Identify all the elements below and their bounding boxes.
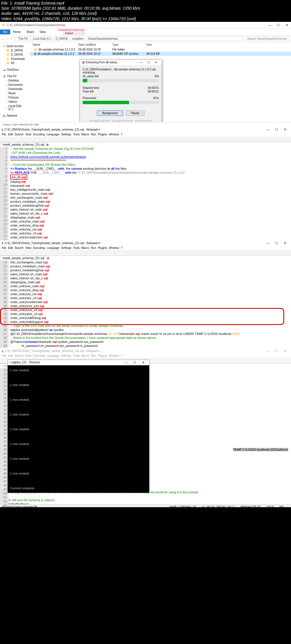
menu-item[interactable]: File (2, 354, 6, 357)
sidebar-onedrive[interactable]: ☁OneDrive (2, 68, 28, 72)
menu-item[interactable]: Search (14, 354, 24, 357)
menu-item[interactable]: Settings (61, 354, 71, 357)
sidebar-item[interactable]: ▪Music (2, 91, 28, 95)
col-type[interactable]: Type (112, 43, 146, 46)
sidebar-item[interactable]: ▪Local Disk (C:) (2, 104, 28, 111)
close-button[interactable]: ✕ (282, 23, 291, 27)
ribbon-file[interactable]: File (0, 30, 10, 34)
sidebar-network[interactable]: 🖧Network (2, 114, 28, 118)
minimize-button[interactable]: — (264, 241, 272, 245)
menu-item[interactable]: Encoding (33, 246, 45, 249)
term-close[interactable]: ✕ (139, 361, 147, 364)
menu-item[interactable]: View (25, 354, 32, 357)
menu-item[interactable]: Settings (61, 246, 71, 249)
menu-item[interactable]: Encoding (33, 133, 45, 136)
close-button[interactable]: ✕ (281, 241, 289, 245)
menu-item[interactable]: Macro (81, 246, 89, 249)
nav-up-icon[interactable]: ↑ (10, 37, 13, 40)
background-button[interactable]: Background (97, 110, 123, 116)
file-row[interactable]: ▦db-sample-schemas-12.1.0.228-08-2018 19… (30, 52, 291, 56)
menu-item[interactable]: Tools (73, 246, 80, 249)
menu-item[interactable]: Edit (8, 133, 13, 136)
sidebar-item[interactable]: ▪Downloads (2, 87, 28, 91)
search-input[interactable] (245, 36, 289, 41)
maximize-button[interactable]: ☐ (272, 349, 281, 353)
menu-bar[interactable]: FileEditSearchViewEncodingLanguageSettin… (0, 354, 291, 358)
menu-item[interactable]: File (2, 133, 6, 136)
sidebar-item[interactable]: 📁D_DRIVE (2, 53, 28, 57)
menu-bar[interactable]: FileEditSearchViewEncodingLanguageSettin… (0, 132, 291, 137)
menu-item[interactable]: ? (121, 246, 122, 249)
breadcrumb-segment[interactable]: This PC (16, 37, 30, 40)
menu-item[interactable]: Macro (81, 354, 89, 357)
col-date[interactable]: Date modified (78, 43, 112, 46)
menu-item[interactable]: ? (121, 354, 122, 357)
dialog-minimize[interactable]: — (137, 61, 145, 64)
sidebar-item[interactable]: ▪Videos (2, 100, 28, 104)
menu-item[interactable]: ? (121, 133, 122, 136)
minimize-button[interactable]: — (264, 128, 272, 131)
breadcrumb-segment[interactable]: installers (71, 37, 85, 40)
menu-item[interactable]: Plugins (98, 354, 107, 357)
menu-item[interactable]: Language (47, 354, 59, 357)
menu-item[interactable]: Run (91, 246, 96, 249)
menu-item[interactable]: Edit (8, 246, 13, 249)
tab-close-icon[interactable]: ⊗ (47, 257, 49, 260)
menu-item[interactable]: View (25, 133, 32, 136)
minimize-button[interactable]: — (264, 349, 272, 353)
dialog-maximize[interactable]: ☐ (145, 61, 152, 64)
breadcrumb-segment[interactable]: Local Disk (C:) (31, 37, 53, 40)
sidebar-item[interactable]: ▪Desktop (2, 78, 28, 83)
menu-item[interactable]: Language (47, 246, 59, 249)
menu-item[interactable]: Encoding (33, 354, 45, 357)
menu-item[interactable]: File (2, 246, 6, 249)
menu-item[interactable]: Search (14, 133, 24, 136)
menu-item[interactable]: Edit (8, 354, 13, 357)
sidebar-item[interactable]: 📁PE (2, 61, 28, 65)
pause-button[interactable]: Pause (126, 110, 145, 116)
close-button[interactable]: ✕ (281, 128, 289, 131)
sidebar-item[interactable]: ▪Pictures (2, 95, 28, 100)
file-tab[interactable]: Install_sample_schemas_12c.sql (0, 142, 47, 147)
toolbar[interactable] (0, 137, 291, 142)
ribbon-share[interactable]: Share (24, 30, 37, 34)
menu-item[interactable]: Tools (73, 133, 80, 136)
sidebar-quick-access[interactable]: ★Quick access (2, 44, 28, 48)
menu-item[interactable]: Window (109, 133, 119, 136)
sidebar-thispc[interactable]: 🖥This PC (2, 74, 28, 78)
ribbon-view[interactable]: View (37, 30, 49, 34)
minimize-button[interactable]: — (265, 23, 274, 27)
sqlplus-terminal[interactable]: ▪ sqlplus_12c - Shortcut — ☐ ✕ 1 row cre… (7, 360, 149, 493)
breadcrumb-segment[interactable]: D_DRIVE (54, 37, 70, 40)
menu-bar[interactable]: FileEditSearchViewEncodingLanguageSettin… (0, 246, 291, 250)
menu-item[interactable]: Plugins (98, 246, 107, 249)
file-tab[interactable]: Install_sample_schemas_12c.sql (0, 256, 47, 260)
close-button[interactable]: ✕ (281, 349, 289, 353)
breadcrumb-segment[interactable]: OracleSampleSchemas (86, 37, 119, 40)
nav-forward-icon[interactable]: → (5, 37, 10, 40)
dialog-close[interactable]: ✕ (152, 61, 159, 64)
toolbar[interactable] (0, 250, 291, 256)
file-row[interactable]: 📁db-sample-schemas-12.1.0.228-08-2018 19… (30, 47, 291, 52)
maximize-button[interactable]: ☐ (272, 241, 281, 245)
term-maximize[interactable]: ☐ (130, 361, 139, 364)
col-name[interactable]: Name (30, 43, 78, 46)
ribbon-extract[interactable]: Extract (63, 31, 85, 35)
menu-item[interactable]: Run (91, 133, 96, 136)
ribbon-home[interactable]: Home (10, 30, 24, 34)
menu-item[interactable]: Settings (61, 133, 71, 136)
menu-item[interactable]: Plugins (98, 133, 107, 136)
maximize-button[interactable]: ☐ (272, 128, 281, 131)
menu-item[interactable]: Run (91, 354, 96, 357)
menu-item[interactable]: Search (14, 246, 24, 249)
maximize-button[interactable]: ☐ (274, 23, 282, 27)
sidebar-item[interactable]: 📁D_DRIVE (2, 48, 28, 53)
menu-item[interactable]: View (25, 246, 32, 249)
sidebar-item[interactable]: ▪Documents (2, 83, 28, 87)
nav-back-icon[interactable]: ← (2, 37, 5, 40)
sidebar-item[interactable]: 📁Downloads (2, 57, 28, 61)
tab-close-icon[interactable]: ⊗ (46, 143, 49, 146)
menu-item[interactable]: Tools (73, 354, 80, 357)
col-size[interactable]: Size (146, 43, 169, 46)
menu-item[interactable]: Window (109, 246, 119, 249)
